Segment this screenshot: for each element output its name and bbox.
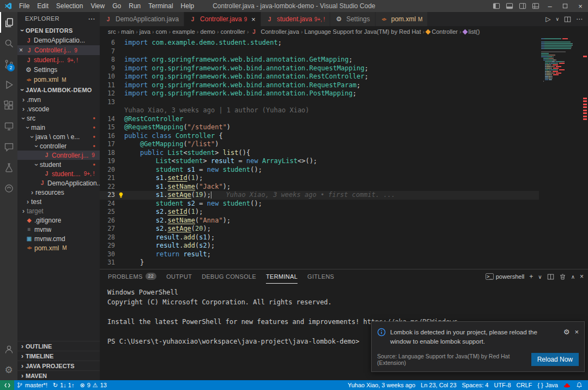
open-editor-settings[interactable]: ⚙Settings [17, 65, 100, 75]
git-branch-status[interactable]: master*! [14, 380, 50, 390]
kill-terminal-icon[interactable] [559, 273, 566, 280]
problems-status[interactable]: ⊗ 9 ⚠ 13 [77, 380, 109, 390]
menu-help[interactable]: Help [177, 0, 198, 12]
menu-file[interactable]: File [15, 0, 33, 12]
section-maven[interactable]: ›MAVEN [17, 370, 100, 380]
open-editor-pom-xml[interactable]: </>pom.xmlM [17, 75, 100, 85]
tab-demoapplication-java[interactable]: JDemoApplication.java [100, 12, 184, 26]
breadcrumb-src[interactable]: src [108, 28, 116, 35]
tab-settings[interactable]: ⚙Settings [330, 12, 374, 26]
tree-item-mvnw-cmd[interactable]: ▣mvnw.cmd [17, 234, 100, 243]
tree-item-gitignore[interactable]: ◆.gitignore [17, 215, 100, 225]
open-editors-header[interactable]: › OPEN EDITORS [17, 25, 100, 35]
tab-controller-java[interactable]: JController.java9× [184, 12, 260, 26]
breadcrumb-controller[interactable]: Controller [426, 28, 458, 35]
activity-settings-icon[interactable]: ⚙ [0, 359, 17, 380]
menu-view[interactable]: View [87, 0, 108, 12]
layout-secondary-sidebar-icon[interactable] [516, 0, 529, 12]
breadcrumb-demo[interactable]: demo [200, 28, 215, 35]
section-java-projects[interactable]: ›JAVA PROJECTS [17, 361, 100, 370]
tree-item-test[interactable]: ›test [17, 197, 100, 206]
encoding-status[interactable]: UTF-8 [491, 380, 513, 390]
git-sync-status[interactable]: ↻ 1↓ 1↑ [50, 380, 77, 390]
terminal-shell-select[interactable]: >_ powershell [486, 273, 524, 280]
breadcrumb-controller[interactable]: controller [221, 28, 245, 35]
tab-pom-xml[interactable]: </>pom.xmlM [375, 12, 428, 26]
tree-item-vscode[interactable]: ›.vscode [17, 104, 100, 113]
more-actions-icon[interactable]: ⋯ [576, 15, 583, 23]
layout-panel-icon[interactable] [503, 0, 516, 12]
panel-tab-debug-console[interactable]: DEBUG CONSOLE [202, 269, 256, 284]
eol-status[interactable]: CRLF [514, 380, 535, 390]
language-mode-status[interactable]: { } Java [535, 380, 561, 390]
tab-student-java[interactable]: Jstudent.java9+, ! [261, 12, 330, 26]
code-editor[interactable]: 6import com.example.demo.student.student… [100, 37, 539, 269]
tree-item-target[interactable]: ›target [17, 206, 100, 215]
close-tab-icon[interactable]: × [251, 15, 256, 23]
menu-go[interactable]: Go [108, 0, 125, 12]
activity-source-control-icon[interactable]: 2 [0, 53, 17, 74]
tree-item-java-com-e[interactable]: ›java \ com \ e...● [17, 132, 100, 141]
open-editor-demoapplicatio[interactable]: JDemoApplicatio... [17, 35, 100, 45]
run-java-icon[interactable]: ▷ [545, 15, 550, 23]
indentation-status[interactable]: Spaces: 4 [459, 380, 492, 390]
open-editor-student-j[interactable]: Jstudent.j...9+, ! [17, 55, 100, 65]
activity-search-icon[interactable] [0, 33, 17, 53]
tree-item-student[interactable]: ›student● [17, 160, 100, 169]
breadcrumb-main[interactable]: main [121, 28, 134, 35]
panel-tab-gitlens[interactable]: GITLENS [307, 269, 334, 284]
notifications-bell-icon[interactable] [573, 380, 585, 390]
activity-remote-explorer-icon[interactable] [0, 116, 17, 136]
lightbulb-icon[interactable] [118, 191, 124, 199]
folder-root-header[interactable]: › JAVA-LOMBOK-DEMO [17, 85, 100, 95]
split-editor-icon[interactable] [564, 16, 571, 23]
maximize-button[interactable] [557, 0, 573, 12]
split-terminal-icon[interactable] [547, 273, 554, 280]
terminal-dropdown-icon[interactable]: ∨ [538, 274, 542, 280]
tree-item-pom-xml[interactable]: </>pom.xmlM [17, 243, 100, 253]
breadcrumb-java[interactable]: java [140, 28, 150, 35]
notification-close-icon[interactable]: × [574, 328, 579, 336]
activity-account-icon[interactable] [0, 339, 17, 359]
cursor-position-status[interactable]: Ln 23, Col 23 [418, 380, 459, 390]
panel-tab-output[interactable]: OUTPUT [166, 269, 192, 284]
maximize-panel-icon[interactable]: ∧ [571, 274, 575, 280]
tree-item-controller[interactable]: ›controller● [17, 141, 100, 151]
menu-run[interactable]: Run [125, 0, 144, 12]
breadcrumb-language-support-for-java-tm-by-red-hat[interactable]: Language Support for Java(TM) by Red Hat [305, 28, 421, 35]
tree-item-resources[interactable]: ›resources [17, 188, 100, 197]
close-panel-icon[interactable]: × [580, 273, 584, 280]
breadcrumb-example[interactable]: example [172, 28, 195, 35]
redhat-java-status-icon[interactable] [561, 380, 573, 390]
reload-now-button[interactable]: Reload Now [531, 353, 579, 366]
open-editor-controller-j[interactable]: ×JController.j...9 [17, 45, 100, 55]
overview-ruler[interactable] [581, 37, 588, 269]
customize-layout-icon[interactable] [529, 0, 542, 12]
close-button[interactable]: × [573, 0, 588, 12]
breadcrumb-controller-java[interactable]: JController.java [251, 28, 299, 35]
activity-live-share-icon[interactable] [0, 178, 17, 199]
layout-sidebar-icon[interactable] [490, 0, 503, 12]
section-timeline[interactable]: ›TIMELINE [17, 351, 100, 361]
activity-run-debug-icon[interactable] [0, 74, 17, 95]
minimap[interactable] [541, 38, 581, 269]
activity-test-icon[interactable] [0, 157, 17, 178]
breadcrumb-list[interactable]: list() [463, 28, 480, 35]
menu-edit[interactable]: Edit [33, 0, 52, 12]
notification-settings-icon[interactable]: ⚙ [563, 328, 570, 335]
run-dropdown-icon[interactable]: ∨ [555, 16, 559, 22]
tree-item-controller-j[interactable]: JController.j...9 [17, 151, 100, 160]
tree-item-src[interactable]: ›src● [17, 113, 100, 123]
git-blame-status[interactable]: Yuhao Xiao, 3 weeks ago [345, 380, 418, 390]
breadcrumb-com[interactable]: com [156, 28, 167, 35]
minimize-button[interactable]: – [542, 0, 557, 12]
tree-item-main[interactable]: ›main● [17, 123, 100, 132]
activity-explorer-icon[interactable] [0, 12, 17, 33]
tree-item-mvnw[interactable]: ≡mvnw [17, 225, 100, 234]
tree-item-demoapplication[interactable]: JDemoApplication... [17, 178, 100, 188]
activity-comments-icon[interactable] [0, 136, 17, 157]
panel-tab-terminal[interactable]: TERMINAL [266, 269, 298, 284]
remote-indicator[interactable] [0, 380, 14, 390]
tree-item-mvn[interactable]: ›.mvn [17, 95, 100, 104]
menu-selection[interactable]: Selection [52, 0, 87, 12]
